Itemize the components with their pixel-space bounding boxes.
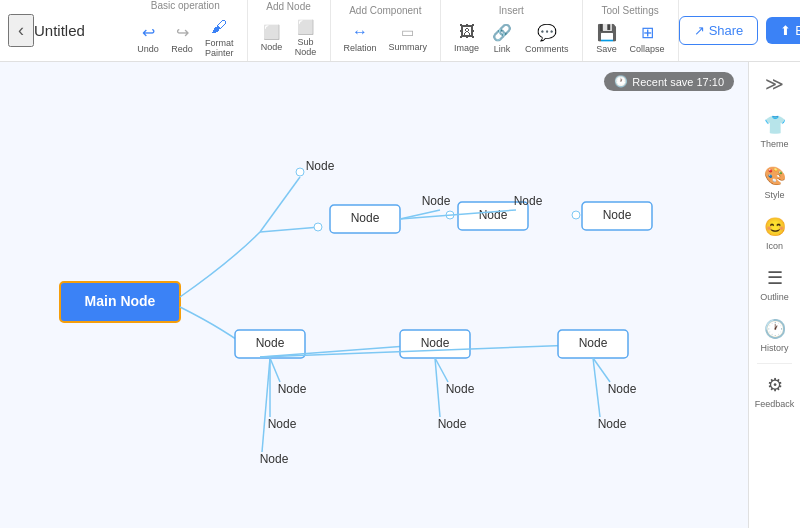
undo-icon: ↩ — [142, 23, 155, 42]
svg-point-4 — [314, 223, 322, 231]
svg-text:Node: Node — [268, 417, 297, 431]
svg-line-3 — [260, 227, 320, 232]
image-button[interactable]: 🖼 Image — [449, 20, 484, 56]
svg-line-21 — [262, 358, 270, 452]
relation-icon: ↔ — [352, 23, 368, 41]
link-button[interactable]: 🔗 Link — [486, 20, 518, 57]
section-basic-operation: Basic operation ↩ Undo ↪ Redo 🖌 Format P… — [124, 0, 248, 61]
main-canvas[interactable]: 🕐 Recent save 17:10 .node-box { fill: #f… — [0, 62, 748, 528]
canvas-area: 🕐 Recent save 17:10 .node-box { fill: #f… — [0, 62, 800, 528]
outline-icon: ☰ — [767, 267, 783, 289]
section-label-tools: Tool Settings — [601, 5, 658, 16]
section-add-component: Add Component ↔ Relation ▭ Summary — [331, 0, 442, 61]
recent-save-badge: 🕐 Recent save 17:10 — [604, 72, 734, 91]
icon-panel-icon: 😊 — [764, 216, 786, 238]
comments-icon: 💬 — [537, 23, 557, 42]
share-button[interactable]: ↗ Share — [679, 16, 759, 45]
feedback-icon: ⚙ — [767, 374, 783, 396]
panel-item-feedback[interactable]: ⚙ Feedback — [749, 366, 800, 417]
panel-item-theme[interactable]: 👕 Theme — [749, 106, 800, 157]
undo-button[interactable]: ↩ Undo — [132, 20, 164, 57]
svg-text:Node: Node — [278, 382, 307, 396]
mindmap-diagram[interactable]: .node-box { fill: #fff; stroke: #5aa8f0;… — [0, 62, 748, 528]
section-label-addcomp: Add Component — [349, 5, 421, 16]
svg-text:Node: Node — [514, 194, 543, 208]
format-painter-button[interactable]: 🖌 Format Painter — [200, 15, 239, 61]
back-button[interactable]: ‹ — [8, 14, 34, 47]
svg-line-0 — [260, 177, 300, 232]
svg-line-17 — [270, 358, 280, 382]
svg-text:Node: Node — [260, 452, 289, 466]
svg-point-1 — [296, 168, 304, 176]
collapse-icon: ⊞ — [641, 23, 654, 42]
summary-icon: ▭ — [401, 24, 414, 40]
svg-text:Node: Node — [608, 382, 637, 396]
link-icon: 🔗 — [492, 23, 512, 42]
summary-button[interactable]: ▭ Summary — [384, 21, 433, 55]
node-icon: ⬜ — [263, 24, 280, 40]
svg-text:Node: Node — [351, 211, 380, 225]
svg-text:Node: Node — [421, 336, 450, 350]
section-add-node: Add Node ⬜ Node ⬜ Sub Node — [248, 0, 331, 61]
svg-text:Node: Node — [603, 208, 632, 222]
right-panel: ≫ 👕 Theme 🎨 Style 😊 Icon ☰ Outline 🕐 His… — [748, 62, 800, 528]
export-button[interactable]: ⬆ Export — [766, 17, 800, 44]
image-icon: 🖼 — [459, 23, 475, 41]
format-painter-icon: 🖌 — [211, 18, 227, 36]
panel-collapse-button[interactable]: ≫ — [761, 70, 789, 98]
panel-item-outline[interactable]: ☰ Outline — [749, 259, 800, 310]
panel-divider — [757, 363, 793, 364]
clock-icon: 🕐 — [614, 75, 628, 88]
redo-button[interactable]: ↪ Redo — [166, 20, 198, 57]
section-label-insert: Insert — [499, 5, 524, 16]
save-button[interactable]: 💾 Save — [591, 20, 623, 57]
panel-item-history[interactable]: 🕐 History — [749, 310, 800, 361]
history-icon: 🕐 — [764, 318, 786, 340]
panel-item-style[interactable]: 🎨 Style — [749, 157, 800, 208]
node-button[interactable]: ⬜ Node — [256, 21, 288, 55]
svg-text:Node: Node — [579, 336, 608, 350]
section-label-addnode: Add Node — [266, 1, 310, 12]
svg-text:Node: Node — [438, 417, 467, 431]
section-label-basic: Basic operation — [151, 0, 220, 11]
svg-text:Node: Node — [256, 336, 285, 350]
section-tool-settings: Tool Settings 💾 Save ⊞ Collapse — [583, 0, 679, 61]
save-icon: 💾 — [597, 23, 617, 42]
sub-node-icon: ⬜ — [297, 19, 314, 35]
svg-text:Node: Node — [598, 417, 627, 431]
relation-button[interactable]: ↔ Relation — [339, 20, 382, 56]
svg-text:Node: Node — [446, 382, 475, 396]
svg-text:Node: Node — [422, 194, 451, 208]
share-icon: ↗ — [694, 23, 705, 38]
redo-icon: ↪ — [176, 23, 189, 42]
svg-text:Node: Node — [306, 159, 335, 173]
main-node-label: Main Node — [85, 293, 156, 309]
panel-item-icon[interactable]: 😊 Icon — [749, 208, 800, 259]
collapse-button[interactable]: ⊞ Collapse — [625, 20, 670, 57]
toolbar-right-actions: ↗ Share ⬆ Export — [679, 16, 800, 45]
sub-node-button[interactable]: ⬜ Sub Node — [290, 16, 322, 60]
toolbar: ‹ Untitled Basic operation ↩ Undo ↪ Redo… — [0, 0, 800, 62]
section-insert: Insert 🖼 Image 🔗 Link 💬 Comments — [441, 0, 583, 61]
theme-icon: 👕 — [764, 114, 786, 136]
comments-button[interactable]: 💬 Comments — [520, 20, 574, 57]
export-icon: ⬆ — [780, 23, 791, 38]
svg-point-12 — [572, 211, 580, 219]
document-title: Untitled — [34, 22, 104, 39]
style-icon: 🎨 — [764, 165, 786, 187]
